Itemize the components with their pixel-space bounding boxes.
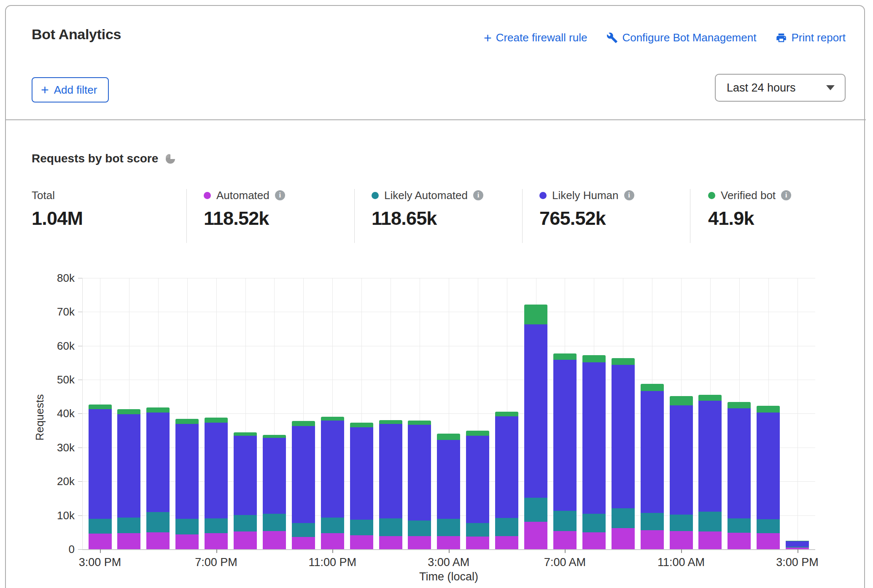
bar-segment-verified-bot[interactable] — [670, 396, 693, 406]
bar-segment-likely-human[interactable] — [321, 421, 344, 518]
bar-segment-likely-human[interactable] — [728, 408, 751, 518]
info-icon[interactable]: i — [624, 190, 634, 200]
bar-segment-likely-human[interactable] — [612, 365, 635, 508]
bar-segment-likely-automated[interactable] — [495, 518, 518, 536]
bar-segment-likely-automated[interactable] — [292, 523, 315, 537]
bar-segment-likely-automated[interactable] — [466, 523, 489, 537]
bar-segment-verified-bot[interactable] — [466, 431, 489, 435]
bar-segment-likely-human[interactable] — [437, 440, 460, 519]
bar-segment-verified-bot[interactable] — [495, 412, 518, 416]
info-icon[interactable]: i — [275, 190, 285, 200]
bar-segment-likely-human[interactable] — [698, 401, 722, 512]
bar-segment-automated[interactable] — [612, 528, 635, 549]
bar-segment-likely-automated[interactable] — [234, 515, 257, 531]
bar-segment-automated[interactable] — [146, 532, 170, 549]
bar-segment-automated[interactable] — [292, 537, 315, 549]
info-icon[interactable]: i — [473, 190, 483, 200]
bar-segment-likely-human[interactable] — [146, 413, 170, 512]
bar-segment-automated[interactable] — [757, 533, 780, 549]
bar-segment-verified-bot[interactable] — [205, 418, 228, 423]
time-range-select[interactable]: Last 24 hours — [715, 74, 846, 102]
bar-segment-likely-human[interactable] — [379, 424, 402, 518]
bar-segment-likely-human[interactable] — [553, 360, 577, 511]
bar-segment-likely-automated[interactable] — [698, 512, 722, 531]
bar-segment-verified-bot[interactable] — [757, 406, 780, 413]
bar-segment-likely-automated[interactable] — [350, 520, 373, 535]
bar-segment-likely-automated[interactable] — [146, 512, 170, 532]
bar-segment-likely-human[interactable] — [234, 436, 257, 515]
bar-segment-automated[interactable] — [234, 531, 257, 549]
bar-segment-automated[interactable] — [670, 531, 693, 549]
bar-segment-likely-automated[interactable] — [175, 519, 199, 534]
bar-segment-likely-human[interactable] — [408, 425, 431, 521]
bar-segment-automated[interactable] — [379, 536, 402, 549]
bar-segment-automated[interactable] — [641, 530, 664, 549]
bar-segment-verified-bot[interactable] — [321, 417, 344, 421]
bar-segment-verified-bot[interactable] — [379, 420, 402, 424]
bar-segment-verified-bot[interactable] — [641, 384, 664, 391]
bar-segment-verified-bot[interactable] — [437, 434, 460, 440]
bar-segment-likely-human[interactable] — [495, 416, 518, 518]
bar-segment-verified-bot[interactable] — [553, 353, 577, 360]
bar-segment-automated[interactable] — [466, 537, 489, 549]
bar-segment-automated[interactable] — [205, 533, 228, 549]
bar-segment-likely-automated[interactable] — [582, 514, 606, 532]
bar-segment-likely-human[interactable] — [350, 427, 373, 520]
bar-segment-automated[interactable] — [495, 536, 518, 549]
bar-segment-likely-human[interactable] — [524, 324, 547, 498]
bar-segment-likely-automated[interactable] — [379, 518, 402, 537]
bar-segment-automated[interactable] — [117, 533, 140, 549]
bar-segment-likely-human[interactable] — [582, 362, 606, 514]
bar-segment-verified-bot[interactable] — [292, 421, 315, 426]
bar-segment-likely-automated[interactable] — [612, 508, 635, 528]
bar-segment-verified-bot[interactable] — [350, 423, 373, 427]
bar-segment-likely-automated[interactable] — [321, 518, 344, 533]
bar-segment-likely-automated[interactable] — [757, 519, 780, 533]
bar-segment-likely-automated[interactable] — [524, 498, 547, 522]
configure-bot-management-link[interactable]: Configure Bot Management — [606, 31, 756, 44]
bar-segment-likely-human[interactable] — [263, 438, 286, 514]
bar-segment-likely-human[interactable] — [466, 436, 489, 523]
bar-segment-verified-bot[interactable] — [612, 358, 635, 365]
bar-segment-likely-human[interactable] — [786, 541, 809, 547]
bar-segment-likely-automated[interactable] — [205, 518, 228, 533]
bar-segment-automated[interactable] — [263, 531, 286, 549]
bar-segment-likely-human[interactable] — [117, 414, 140, 518]
bar-segment-automated[interactable] — [582, 532, 606, 549]
bar-segment-verified-bot[interactable] — [117, 409, 140, 414]
bar-segment-automated[interactable] — [321, 533, 344, 549]
bar-segment-automated[interactable] — [728, 533, 751, 549]
create-firewall-rule-link[interactable]: + Create firewall rule — [484, 31, 587, 44]
bar-segment-likely-human[interactable] — [757, 413, 780, 519]
add-filter-button[interactable]: + Add filter — [32, 77, 109, 102]
bar-segment-likely-human[interactable] — [641, 391, 664, 513]
bar-segment-verified-bot[interactable] — [263, 435, 286, 438]
bar-segment-likely-human[interactable] — [175, 424, 199, 519]
bar-segment-verified-bot[interactable] — [234, 432, 257, 436]
bar-segment-likely-automated[interactable] — [408, 521, 431, 536]
bar-segment-verified-bot[interactable] — [89, 405, 112, 409]
bar-segment-automated[interactable] — [175, 534, 199, 549]
bar-segment-likely-automated[interactable] — [89, 519, 112, 534]
bar-segment-likely-automated[interactable] — [553, 511, 577, 531]
bar-segment-likely-human[interactable] — [670, 405, 693, 515]
bar-segment-verified-bot[interactable] — [408, 421, 431, 425]
bar-segment-verified-bot[interactable] — [524, 305, 547, 324]
bar-segment-automated[interactable] — [524, 522, 547, 549]
info-icon[interactable]: i — [781, 190, 791, 200]
bar-segment-likely-human[interactable] — [205, 423, 228, 518]
bar-segment-likely-automated[interactable] — [786, 547, 809, 548]
print-report-link[interactable]: Print report — [776, 31, 846, 44]
bar-segment-verified-bot[interactable] — [698, 395, 722, 401]
bar-segment-automated[interactable] — [350, 535, 373, 549]
bar-segment-verified-bot[interactable] — [582, 355, 606, 362]
bar-segment-automated[interactable] — [553, 531, 577, 549]
bar-segment-likely-automated[interactable] — [641, 513, 664, 530]
bar-segment-automated[interactable] — [698, 531, 722, 549]
bar-segment-likely-automated[interactable] — [437, 519, 460, 537]
bar-segment-likely-automated[interactable] — [670, 515, 693, 531]
bar-segment-likely-human[interactable] — [292, 426, 315, 523]
bar-segment-verified-bot[interactable] — [146, 407, 170, 413]
bar-segment-automated[interactable] — [89, 534, 112, 549]
bar-segment-automated[interactable] — [408, 536, 431, 549]
